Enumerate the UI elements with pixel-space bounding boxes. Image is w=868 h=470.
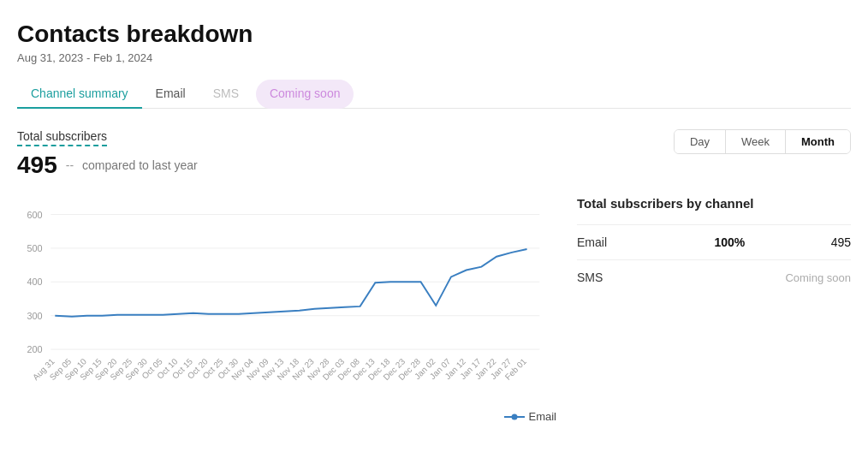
tab-email[interactable]: Email: [142, 80, 199, 109]
chart-legend: Email: [17, 410, 556, 423]
metric-value-row: 495 -- compared to last year: [17, 152, 198, 179]
svg-point-43: [512, 413, 518, 419]
svg-text:600: 600: [27, 210, 42, 220]
tab-channel-summary[interactable]: Channel summary: [17, 80, 142, 109]
page-title: Contacts breakdown: [17, 21, 851, 48]
legend-email-label: Email: [528, 410, 556, 423]
main-content: 600 500 400 300 200 Aug 31 Sep 05 Sep 10…: [17, 196, 851, 423]
section-header: Total subscribers 495 -- compared to las…: [17, 129, 851, 182]
svg-text:500: 500: [27, 243, 42, 253]
period-week-button[interactable]: Week: [726, 130, 786, 153]
channel-sms-coming-soon: Coming soon: [628, 271, 851, 284]
chart-svg: 600 500 400 300 200 Aug 31 Sep 05 Sep 10…: [17, 196, 556, 402]
channel-email-count: 495: [831, 235, 851, 249]
chart-area: 600 500 400 300 200 Aug 31 Sep 05 Sep 10…: [17, 196, 556, 423]
tab-coming-soon[interactable]: Coming soon: [256, 80, 354, 109]
metric-diff: --: [66, 158, 74, 172]
channel-email-pct: 100%: [628, 235, 831, 249]
channel-sms-name: SMS: [577, 271, 628, 284]
channel-row-email: Email 100% 495: [577, 224, 851, 259]
period-month-button[interactable]: Month: [786, 130, 850, 153]
svg-text:400: 400: [27, 277, 42, 287]
tabs-container: Channel summary Email SMS Coming soon: [17, 80, 851, 109]
svg-text:200: 200: [27, 344, 42, 354]
metric-compare-text: compared to last year: [82, 158, 198, 172]
chart-container: 600 500 400 300 200 Aug 31 Sep 05 Sep 10…: [17, 196, 556, 402]
period-selector: Day Week Month: [674, 129, 851, 154]
metric-label: Total subscribers: [17, 129, 107, 146]
legend-email: Email: [504, 410, 556, 423]
right-panel: Total subscribers by channel Email 100% …: [577, 196, 851, 423]
channel-row-sms: SMS Coming soon: [577, 259, 851, 294]
svg-text:300: 300: [27, 311, 42, 321]
date-range: Aug 31, 2023 - Feb 1, 2024: [17, 51, 851, 64]
legend-line-icon: [504, 413, 525, 421]
channel-email-name: Email: [577, 235, 628, 249]
tab-sms: SMS: [199, 80, 253, 109]
panel-title: Total subscribers by channel: [577, 196, 851, 211]
period-day-button[interactable]: Day: [675, 130, 726, 153]
metric-value: 495: [17, 152, 57, 179]
